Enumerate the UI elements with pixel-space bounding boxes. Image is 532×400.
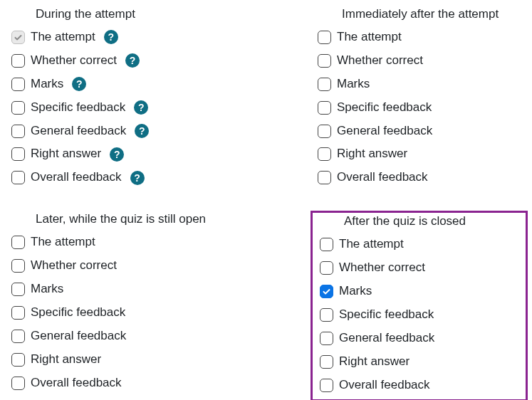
option-label[interactable]: Marks	[31, 74, 63, 95]
checkbox[interactable]	[320, 332, 333, 345]
section-options: The attemptWhether correctMarksSpecific …	[11, 231, 303, 394]
help-icon[interactable]: ?	[72, 77, 86, 91]
checkbox[interactable]	[11, 101, 25, 115]
option-row: Overall feedback	[11, 372, 303, 395]
option-row: Whether correct?	[11, 49, 303, 73]
checkbox[interactable]	[11, 306, 25, 320]
option-row: The attempt	[318, 26, 521, 49]
option-row: Overall feedback	[320, 374, 518, 397]
checkbox[interactable]	[318, 31, 331, 44]
section-options: The attempt?Whether correct?Marks?Specif…	[11, 26, 303, 189]
option-row: General feedback?	[11, 120, 303, 143]
review-options-grid: During the attempt The attempt?Whether c…	[4, 6, 528, 400]
checkbox[interactable]	[11, 236, 25, 249]
option-label[interactable]: General feedback	[31, 326, 126, 347]
option-label[interactable]: General feedback	[337, 121, 432, 142]
checkbox	[11, 31, 25, 44]
option-row: Marks	[318, 73, 521, 96]
help-icon[interactable]: ?	[134, 100, 148, 115]
section-heading: Later, while the quiz is still open	[36, 212, 303, 226]
option-label[interactable]: Specific feedback	[339, 305, 434, 325]
checkbox[interactable]	[11, 171, 25, 184]
checkbox[interactable]	[318, 78, 331, 91]
option-label[interactable]: Whether correct	[337, 51, 423, 71]
checkbox[interactable]	[320, 261, 333, 275]
option-label[interactable]: Right answer	[339, 352, 410, 372]
checkbox[interactable]	[11, 54, 25, 68]
checkbox[interactable]	[11, 259, 25, 273]
checkbox[interactable]	[11, 377, 25, 390]
checkbox[interactable]	[320, 379, 333, 392]
option-label[interactable]: Marks	[337, 74, 370, 95]
section-options: The attemptWhether correctMarksSpecific …	[320, 233, 518, 396]
section-options: The attemptWhether correctMarksSpecific …	[318, 26, 521, 189]
option-label[interactable]: Marks	[339, 281, 372, 302]
option-label[interactable]: Right answer	[337, 144, 407, 164]
option-label[interactable]: The attempt	[339, 234, 404, 255]
option-row: Right answer	[11, 348, 303, 372]
option-label[interactable]: Whether correct	[339, 258, 425, 278]
option-row: Specific feedback?	[11, 96, 303, 120]
option-label[interactable]: Specific feedback	[31, 98, 125, 118]
checkbox[interactable]	[11, 353, 25, 367]
checkbox[interactable]	[11, 330, 25, 343]
option-row: Overall feedback	[318, 166, 521, 189]
help-icon[interactable]: ?	[104, 30, 118, 44]
option-label[interactable]: The attempt	[337, 27, 402, 48]
option-row: Overall feedback?	[11, 166, 303, 189]
section-closed: After the quiz is closed The attemptWhet…	[311, 211, 528, 400]
option-label[interactable]: Right answer	[31, 349, 101, 370]
option-row: Specific feedback	[11, 301, 303, 325]
option-row: General feedback	[11, 325, 303, 348]
option-label[interactable]: Specific feedback	[337, 98, 432, 118]
option-label[interactable]: Overall feedback	[339, 375, 430, 396]
checkbox[interactable]	[320, 308, 333, 322]
option-row: General feedback	[318, 120, 521, 143]
option-label[interactable]: Overall feedback	[337, 167, 428, 188]
checkbox[interactable]	[11, 125, 25, 138]
option-row: Marks?	[11, 73, 303, 96]
section-heading: During the attempt	[36, 7, 303, 21]
help-icon[interactable]: ?	[125, 53, 140, 68]
option-row: Specific feedback	[320, 303, 518, 327]
checkbox[interactable]	[320, 238, 333, 251]
option-label[interactable]: Marks	[31, 279, 63, 300]
checkbox[interactable]	[320, 285, 333, 298]
option-row: Marks	[320, 280, 518, 303]
checkbox[interactable]	[318, 54, 331, 68]
option-label[interactable]: The attempt	[31, 27, 95, 48]
checkbox[interactable]	[11, 283, 25, 296]
help-icon[interactable]: ?	[110, 147, 124, 162]
option-label[interactable]: The attempt	[31, 232, 95, 253]
option-label[interactable]: Overall feedback	[31, 167, 122, 188]
checkbox[interactable]	[318, 171, 331, 184]
section-immediately: Immediately after the attempt The attemp…	[311, 6, 528, 192]
option-row: The attempt?	[11, 26, 303, 49]
checkbox[interactable]	[11, 147, 25, 161]
checkbox[interactable]	[318, 101, 331, 115]
option-label[interactable]: Whether correct	[31, 51, 117, 71]
option-label[interactable]: General feedback	[31, 121, 126, 142]
option-row: Whether correct	[320, 256, 518, 280]
option-label[interactable]: Whether correct	[31, 256, 117, 276]
checkbox[interactable]	[318, 147, 331, 161]
option-row: Specific feedback	[318, 96, 521, 120]
option-row: Whether correct	[318, 49, 521, 73]
option-row: Whether correct	[11, 254, 303, 278]
help-icon[interactable]: ?	[135, 124, 149, 138]
help-icon[interactable]: ?	[130, 171, 145, 185]
section-heading: After the quiz is closed	[344, 214, 518, 228]
option-row: Right answer?	[11, 142, 303, 166]
option-row: Right answer	[318, 142, 521, 166]
option-label[interactable]: Specific feedback	[31, 302, 125, 323]
option-label[interactable]: General feedback	[339, 328, 434, 349]
checkbox[interactable]	[11, 78, 25, 91]
section-during: During the attempt The attempt?Whether c…	[4, 6, 311, 192]
option-row: The attempt	[11, 231, 303, 254]
checkbox[interactable]	[318, 125, 331, 138]
option-label[interactable]: Overall feedback	[31, 373, 122, 394]
checkbox[interactable]	[320, 355, 333, 369]
option-row: General feedback	[320, 327, 518, 350]
option-label[interactable]: Right answer	[31, 144, 101, 164]
option-row: The attempt	[320, 233, 518, 256]
